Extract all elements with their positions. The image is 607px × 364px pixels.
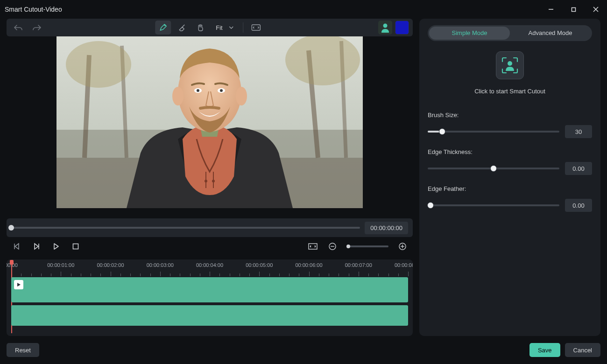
tab-simple-mode[interactable]: Simple Mode	[429, 27, 510, 40]
preview-area[interactable]	[7, 36, 413, 215]
video-clip[interactable]	[11, 277, 408, 302]
left-panel: Fit	[7, 19, 413, 336]
scrub-thumb[interactable]	[8, 225, 14, 231]
slider-value[interactable]: 30	[565, 125, 592, 138]
scrubber-bar: 00:00:00:00	[7, 218, 413, 237]
ruler-tick	[269, 273, 270, 276]
svg-point-16	[66, 41, 131, 88]
start-smart-cutout-button[interactable]	[496, 51, 524, 79]
timecode-display: 00:00:00:00	[365, 222, 408, 234]
mode-tabs: Simple Mode Advanced Mode	[428, 25, 592, 41]
ruler-tick	[71, 273, 71, 276]
ruler-tick	[349, 273, 349, 276]
timeline[interactable]: 00:0000:00:01:0000:00:02:0000:00:03:0000…	[7, 259, 413, 336]
ruler-tick	[31, 273, 32, 276]
save-button[interactable]: Save	[529, 343, 560, 357]
zoom-in-button[interactable]	[397, 241, 408, 252]
silhouette-preview-button[interactable]	[378, 21, 392, 35]
slider-value[interactable]: 0.00	[565, 162, 592, 175]
ruler-tick	[51, 273, 51, 276]
audio-clip[interactable]	[11, 305, 408, 326]
svg-point-26	[197, 89, 199, 92]
ruler-tick	[21, 273, 21, 276]
ruler-tick	[289, 273, 289, 276]
ruler-tick	[100, 273, 101, 276]
ruler-tick	[299, 273, 299, 276]
maximize-button[interactable]	[567, 3, 580, 16]
slider-row: Edge Feather:0.00	[428, 185, 592, 212]
slider-track[interactable]	[428, 204, 559, 206]
ruler-label: 00:00:03:00	[147, 262, 174, 268]
slider-thumb[interactable]	[439, 128, 445, 135]
fit-width-button[interactable]	[307, 241, 318, 252]
add-brush-tool[interactable]	[155, 21, 171, 35]
video-frame	[56, 36, 363, 208]
titlebar: Smart Cutout-Video	[0, 0, 607, 19]
ruler-tick	[359, 272, 359, 276]
slider-thumb[interactable]	[427, 202, 434, 209]
redo-button[interactable]	[29, 21, 45, 35]
step-back-button[interactable]	[11, 241, 22, 252]
ruler-label: 00:00:02:00	[97, 262, 124, 268]
svg-point-17	[285, 36, 360, 85]
ruler-tick	[41, 273, 42, 276]
slider-value[interactable]: 0.00	[565, 199, 592, 212]
stop-button[interactable]	[70, 241, 81, 252]
slider-label: Edge Thickness:	[428, 148, 592, 155]
ruler-tick	[249, 273, 250, 276]
compare-toggle[interactable]	[248, 21, 264, 35]
ruler-tick	[240, 273, 240, 276]
timeline-zoom-thumb[interactable]	[346, 245, 350, 248]
clip-play-icon	[14, 280, 23, 289]
undo-button[interactable]	[10, 21, 26, 35]
svg-point-24	[236, 87, 247, 105]
person-focus-icon	[501, 56, 519, 75]
preview-toolbar: Fit	[7, 19, 413, 36]
chevron-down-icon	[229, 26, 234, 29]
timeline-ruler[interactable]: 00:0000:00:01:0000:00:02:0000:00:03:0000…	[11, 261, 408, 276]
ruler-tick	[339, 273, 339, 276]
slider-row: Brush Size:30	[428, 112, 592, 138]
minimize-button[interactable]	[544, 3, 558, 16]
ruler-tick	[259, 272, 260, 276]
slider-track[interactable]	[428, 168, 559, 169]
ruler-tick	[111, 272, 111, 276]
zoom-out-button[interactable]	[327, 241, 338, 252]
slider-thumb[interactable]	[490, 165, 497, 172]
ruler-tick	[279, 273, 280, 276]
window-controls	[544, 3, 602, 16]
ruler-tick	[140, 273, 141, 276]
ruler-tick	[61, 272, 61, 276]
close-button[interactable]	[589, 3, 602, 16]
ruler-label: 00:00:05:00	[246, 262, 273, 268]
ruler-tick	[190, 273, 191, 276]
tab-advanced-mode[interactable]: Advanced Mode	[510, 27, 591, 40]
scrub-track[interactable]	[11, 227, 360, 229]
zoom-dropdown[interactable]: Fit	[211, 21, 238, 35]
ruler-tick	[319, 273, 319, 276]
play-button[interactable]	[50, 241, 62, 252]
svg-point-38	[508, 61, 512, 66]
step-forward-button[interactable]	[31, 241, 42, 252]
svg-point-28	[220, 89, 223, 92]
timeline-zoom-slider[interactable]	[346, 245, 388, 247]
slider-label: Edge Feather:	[428, 185, 592, 192]
slider-track[interactable]	[428, 131, 559, 133]
cancel-button[interactable]: Cancel	[565, 343, 600, 357]
ruler-tick	[200, 273, 200, 276]
ruler-tick	[219, 273, 220, 276]
svg-point-8	[383, 24, 388, 28]
reset-button[interactable]: Reset	[7, 343, 39, 357]
person-icon	[381, 22, 390, 33]
start-label: Click to start Smart Cutout	[474, 88, 545, 95]
slider-row: Edge Thickness:0.00	[428, 148, 592, 175]
ruler-tick	[91, 273, 91, 276]
erase-brush-tool[interactable]	[174, 21, 190, 35]
slider-label: Brush Size:	[428, 112, 592, 119]
background-color-swatch[interactable]	[395, 21, 409, 35]
pan-tool[interactable]	[192, 21, 208, 35]
ruler-label: 00:00:01:00	[47, 262, 74, 268]
ruler-tick	[398, 273, 399, 276]
ruler-tick	[160, 272, 161, 276]
ruler-tick	[329, 273, 329, 276]
